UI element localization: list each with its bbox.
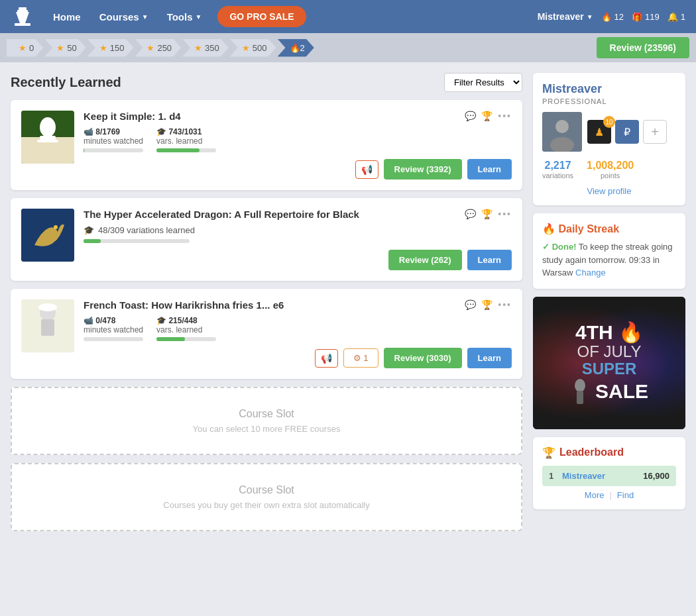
nav-courses[interactable]: Courses ▼: [91, 7, 156, 26]
star-icon: ★: [99, 43, 107, 53]
navbar-right: Mistreaver ▼ 🔥 12 🎁 119 🔔 1: [538, 11, 685, 22]
special-button-french[interactable]: ⚙ 1: [343, 348, 378, 368]
view-profile-link[interactable]: View profile: [542, 186, 676, 196]
badges-badge[interactable]: 🔥 12: [601, 12, 624, 22]
promo-content: 4TH 🔥 OF JULY SUPER SALE: [570, 321, 648, 405]
nav-tools[interactable]: Tools ▼: [159, 7, 210, 26]
progress-step-500[interactable]: ★ 500: [230, 39, 276, 57]
course-thumbnail-d4: [21, 111, 74, 164]
currency-badge[interactable]: ₽: [615, 120, 639, 144]
separator: |: [609, 490, 611, 500]
slot-desc-2: Courses you buy get their own extra slot…: [23, 500, 510, 510]
vars-learned-dragon: 48/309 variations learned: [98, 225, 195, 235]
course-info-french: French Toast: How Harikrishna fries 1...…: [84, 299, 512, 368]
minutes-stat: 📹 8/1769 minutes watched: [84, 127, 143, 152]
announce-button-french[interactable]: 📢: [315, 349, 338, 368]
slot-title-2: Course Slot: [23, 484, 510, 496]
user-meta: ♟ 10 ₽ +: [542, 112, 676, 152]
chat-icon[interactable]: 💬: [465, 299, 476, 310]
filter-select[interactable]: Filter Results: [444, 73, 522, 92]
course-title-d4: Keep it Simple: 1. d4: [84, 111, 459, 122]
svg-rect-12: [41, 319, 54, 336]
learn-button-d4[interactable]: Learn: [467, 159, 512, 180]
variations-stat: 2,217 variations: [542, 160, 573, 180]
slot-title-1: Course Slot: [23, 408, 510, 420]
badge-icons: ♟ 10 ₽ +: [587, 120, 667, 144]
points-val: 1,008,200: [587, 160, 634, 172]
course-card-d4: Keep it Simple: 1. d4 💬 🏆 ••• 📹 8/1769 m…: [11, 100, 522, 190]
progress-step-250[interactable]: ★ 250: [135, 39, 181, 57]
progress-bar: ★ 0 ★ 50 ★ 150 ★ 250 ★ 350 ★ 500 🔥 2 Rev…: [0, 33, 696, 62]
chat-icon[interactable]: 💬: [465, 209, 476, 219]
minutes-stat-french: 📹 0/478 minutes watched: [84, 316, 143, 341]
trophy-icon[interactable]: 🏆: [481, 111, 493, 121]
graduation-icon: 🎓: [156, 127, 166, 136]
course-card-french: French Toast: How Harikrishna fries 1...…: [11, 289, 522, 379]
slot-desc-1: You can select 10 more FREE courses: [23, 424, 510, 434]
streak-text: ✓ Done! To keep the streak going study a…: [542, 240, 676, 280]
points-label: points: [587, 172, 634, 180]
learn-button-french[interactable]: Learn: [467, 348, 512, 368]
left-column: Recently Learned Filter Results: [11, 73, 522, 539]
nav-links: Home Courses ▼ Tools ▼ GO PRO SALE: [45, 6, 306, 27]
nav-home[interactable]: Home: [45, 7, 89, 26]
progress-step-350[interactable]: ★ 350: [182, 39, 229, 57]
promo-super: SUPER: [570, 360, 648, 378]
notifications-badge[interactable]: 🔔 1: [667, 12, 685, 22]
leaderboard-find-link[interactable]: Find: [617, 490, 634, 500]
star-icon: ★: [56, 43, 64, 53]
pro-sale-button[interactable]: GO PRO SALE: [217, 6, 306, 27]
svg-rect-0: [19, 7, 27, 10]
section-title: Recently Learned: [11, 75, 121, 90]
review-button-dragon[interactable]: Review (262): [388, 250, 462, 270]
section-header: Recently Learned Filter Results: [11, 73, 522, 92]
review-top-button[interactable]: Review (23596): [597, 37, 689, 58]
more-options-icon[interactable]: •••: [498, 111, 512, 121]
leaderboard-title: 🏆 Leaderboard: [542, 446, 676, 459]
review-button-french[interactable]: Review (3030): [384, 348, 462, 368]
gift-icon: 🎁: [632, 12, 642, 22]
bell-icon: 🔔: [667, 12, 678, 22]
svg-rect-19: [577, 391, 583, 404]
trophy-icon[interactable]: 🏆: [481, 299, 493, 310]
leaderboard-links: More | Find: [542, 490, 676, 500]
star-icon: ★: [194, 43, 202, 53]
trophy-icon[interactable]: 🏆: [481, 209, 493, 219]
logo-icon: [11, 5, 34, 28]
more-options-icon[interactable]: •••: [498, 209, 512, 219]
streak-change-link[interactable]: Change: [575, 268, 606, 278]
progress-step-0[interactable]: ★ 0: [7, 39, 43, 57]
course-title-french: French Toast: How Harikrishna fries 1...…: [84, 299, 459, 311]
course-slot-2: Course Slot Courses you buy get their ow…: [11, 463, 522, 531]
course-thumbnail-french: [21, 299, 74, 352]
leaderboard-card: 🏆 Leaderboard 1 Mistreaver 16,900 More |…: [533, 437, 685, 509]
leaderboard-more-link[interactable]: More: [585, 490, 605, 500]
progress-step-50[interactable]: ★ 50: [44, 39, 86, 57]
video-icon: 📹: [84, 316, 93, 325]
progress-step-150[interactable]: ★ 150: [87, 39, 134, 57]
flame-icon: 🔥: [290, 43, 300, 53]
review-button-d4[interactable]: Review (3392): [384, 159, 462, 180]
right-column: Mistreaver PROFESSIONAL ♟ 10: [533, 73, 685, 539]
variations-val: 2,217: [542, 160, 573, 172]
user-menu[interactable]: Mistreaver ▼: [538, 11, 593, 22]
lb-name[interactable]: Mistreaver: [562, 471, 643, 481]
add-badge[interactable]: +: [643, 120, 667, 144]
messages-badge[interactable]: 🎁 119: [632, 12, 660, 22]
progress-step-active[interactable]: 🔥 2: [278, 39, 314, 57]
learn-button-dragon[interactable]: Learn: [467, 250, 512, 270]
courses-chevron-icon: ▼: [142, 13, 148, 21]
svg-point-5: [40, 117, 56, 137]
chess-badge[interactable]: ♟ 10: [587, 120, 611, 144]
svg-rect-7: [37, 140, 58, 142]
svg-rect-2: [15, 23, 30, 26]
more-options-icon[interactable]: •••: [498, 299, 512, 310]
user-card: Mistreaver PROFESSIONAL ♟ 10: [533, 73, 685, 205]
lb-score: 16,900: [643, 471, 669, 481]
chat-icon[interactable]: 💬: [465, 111, 476, 121]
sidebar-username: Mistreaver: [542, 82, 676, 96]
announce-button-d4[interactable]: 📢: [355, 160, 378, 179]
course-info-d4: Keep it Simple: 1. d4 💬 🏆 ••• 📹 8/1769 m…: [84, 111, 512, 180]
promo-banner[interactable]: 4TH 🔥 OF JULY SUPER SALE: [533, 297, 685, 429]
promo-of-july: OF JULY: [570, 343, 648, 360]
